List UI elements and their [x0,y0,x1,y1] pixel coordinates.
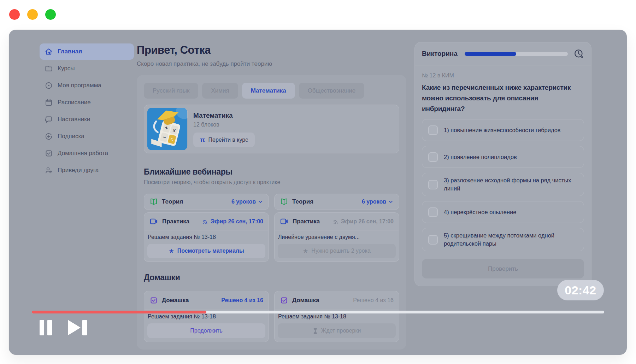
lessons-toggle[interactable]: 6 уроков [231,199,263,205]
sidebar-item-homework[interactable]: Домашняя работа [40,145,134,162]
tab-russian[interactable]: Русский язык [144,83,198,99]
page-title: Привет, Сотка [137,44,406,57]
sidebar-item-subscription[interactable]: Подписка [40,128,134,145]
course-info: Математика 12 блоков π Перейти в курс [193,108,255,150]
maximize-button[interactable] [45,9,56,20]
checkbox[interactable] [428,180,438,189]
quiz-option-4[interactable]: 4) перекрёстное опыление [422,201,584,223]
sidebar-item-label: Курсы [58,65,75,72]
sidebar-item-home[interactable]: Главная [40,43,134,60]
webinar-card: Теория 6 уроков Практика Эфир 26 [144,194,269,262]
quiz-header: Викторина [422,42,584,65]
tab-social[interactable]: Обществознание [299,83,365,99]
practice-topic: Решаем задания № 13-18 [144,230,269,240]
quiz-option-3[interactable]: 3) разложение исходной формы на ряд чист… [422,173,584,196]
theory-label: Теория [292,198,313,205]
video-camera-icon [280,217,289,226]
quiz-option-2[interactable]: 2) появление полиплоидов [422,146,584,168]
go-to-course-label: Перейти в курс [208,137,248,143]
calendar-icon [45,98,53,107]
main-content: Привет, Сотка Скоро новая практика, не з… [137,30,406,350]
homework-card: Домашка Решено 4 из 16 Решаем задания № … [144,291,269,342]
broadcast-icon [202,218,208,225]
practice-label: Практика [162,218,189,225]
lessons-count: 6 уроков [231,199,256,205]
sidebar-item-mentors[interactable]: Наставники [40,111,134,128]
minimize-button[interactable] [27,9,38,20]
pi-icon: π [200,136,205,144]
course-thumbnail: + x − = [147,108,188,150]
theory-row: Теория 6 уроков [274,194,399,210]
option-label: 1) повышение жизнеспособности гибридов [444,126,561,134]
sidebar-item-schedule[interactable]: Расписание [40,94,134,111]
dashboard-panel: Русский язык Химия Математика Обществозн… [137,75,406,350]
video-seekbar[interactable] [32,311,604,313]
air-time: Эфир 26 сен, 17:00 [211,218,263,225]
quiz-panel: Викторина № 12 в КИМ Какие из перечислен… [414,42,591,286]
chevron-down-icon [258,199,263,205]
practice-card: Практика Эфир 26 сен, 17:00 Линейное ура… [274,212,399,262]
pause-icon [47,320,52,335]
option-label: 4) перекрёстное опыление [444,208,516,216]
check-answer-button[interactable]: Проверить [422,259,584,278]
option-label: 3) разложение исходной формы на ряд чист… [444,176,578,193]
tab-math[interactable]: Математика [242,83,295,99]
air-time: Эфир 26 сен, 17:00 [341,218,394,225]
homework-label: Домашка [292,297,319,304]
video-seekbar-fill [32,311,206,313]
awaiting-review-button: Ждет проверки [278,323,396,338]
video-frame: Главная Курсы Моя программа Расписание Н… [9,30,627,355]
checkbox[interactable] [428,152,438,162]
checkbox-icon [45,149,53,158]
lessons-count: 6 уроков [362,199,386,205]
theory-label: Теория [162,198,183,205]
webinar-cards: Теория 6 уроков Практика Эфир 26 [144,194,399,262]
sidebar-item-label: Приведи друга [58,167,99,174]
continue-label: Продолжить [190,328,222,334]
homework-card-inner: Домашка Решено 4 из 16 Решаем задания № … [274,291,399,342]
sidebar-item-my-program[interactable]: Моя программа [40,77,134,94]
go-to-course-button[interactable]: π Перейти в курс [193,133,255,147]
sidebar-item-courses[interactable]: Курсы [40,60,134,77]
broadcast-icon [332,218,339,225]
video-timestamp: 02:42 [557,280,604,300]
continue-button[interactable]: Продолжить [147,323,265,338]
practice-card: Практика Эфир 26 сен, 17:00 Решаем задан… [144,212,269,262]
locked-practice-button: ★ Нужно решить 2 урока [278,244,396,258]
homework-card: Домашка Решено 4 из 16 Решаем задания № … [274,291,399,342]
locked-practice-label: Нужно решить 2 урока [311,248,371,254]
course-title: Математика [193,112,255,119]
homework-heading: Домашки [144,272,399,282]
webinars-heading: Ближайшие вебинары [144,167,399,177]
course-blocks: 12 блоков [193,122,255,128]
tab-chemistry[interactable]: Химия [202,83,238,99]
webinar-card: Теория 6 уроков Практика Эфир 26 [274,194,399,262]
practice-topic: Линейное уравнение с двумя... [275,230,399,240]
quiz-option-5[interactable]: 5) скрещивание между потомками одной род… [422,228,584,251]
checkbox[interactable] [428,207,438,217]
sidebar-item-label: Домашняя работа [58,150,108,157]
sidebar-item-refer-friend[interactable]: Приведи друга [40,162,134,178]
checkbox[interactable] [428,125,438,135]
homework-progress: Решено 4 из 16 [221,297,263,304]
chevron-down-icon [388,199,394,205]
option-label: 2) появление полиплоидов [444,153,517,161]
math-illustration: + x − = [147,108,188,150]
checkbox[interactable] [428,235,438,245]
next-track-button[interactable] [67,320,87,335]
theory-row: Теория 6 уроков [144,194,269,210]
air-link[interactable]: Эфир 26 сен, 17:00 [202,218,263,225]
practice-header: Практика Эфир 26 сен, 17:00 [144,213,269,230]
pause-button[interactable] [40,320,52,335]
quiz-progress-fill [465,52,516,56]
lessons-toggle[interactable]: 6 уроков [362,199,394,205]
homework-cards: Домашка Решено 4 из 16 Решаем задания № … [144,291,399,342]
close-button[interactable] [9,9,20,20]
kim-label: № 12 в КИМ [422,72,584,79]
awaiting-review-label: Ждет проверки [321,328,361,334]
quiz-option-1[interactable]: 1) повышение жизнеспособности гибридов [422,119,584,141]
sidebar-item-label: Наставники [58,116,90,123]
view-materials-button[interactable]: ★ Посмотреть материалы [147,244,265,258]
practice-header: Практика Эфир 26 сен, 17:00 [275,213,399,230]
practice-label: Практика [293,218,320,225]
